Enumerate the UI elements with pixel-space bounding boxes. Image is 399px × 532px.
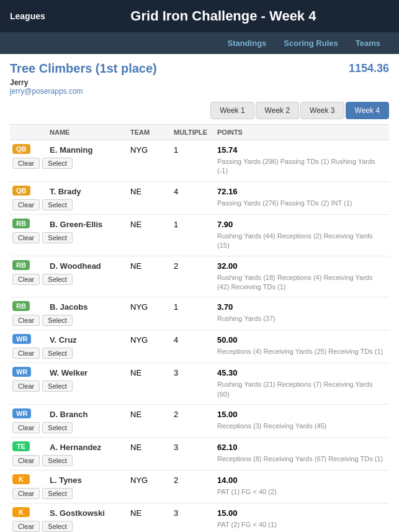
player-points-scoring: 32.00 Rushing Yards (18) Receptions (4) … xyxy=(215,260,389,294)
player-points: 15.00 xyxy=(215,507,389,519)
clear-button[interactable]: Clear xyxy=(12,199,40,210)
select-button[interactable]: Select xyxy=(42,455,73,466)
clear-button[interactable]: Clear xyxy=(12,232,40,243)
pos-buttons: WR Clear Select xyxy=(10,408,47,433)
clear-button[interactable]: Clear xyxy=(12,488,40,499)
player-multiple: 3 xyxy=(171,367,215,379)
table-row: K Clear Select S. Gostkowski NE 3 15.00 … xyxy=(10,503,389,532)
player-points: 32.00 xyxy=(215,260,389,272)
pos-badge: QB xyxy=(12,144,30,154)
player-info: D. Branch xyxy=(47,408,128,420)
player-points: 72.16 xyxy=(215,186,389,197)
pos-buttons: RB Clear Select xyxy=(10,260,47,285)
action-buttons: Clear Select xyxy=(12,521,73,532)
pos-badge: QB xyxy=(12,186,30,196)
pos-badge: K xyxy=(12,474,30,484)
player-multiple: 1 xyxy=(171,301,215,313)
select-button[interactable]: Select xyxy=(42,521,73,532)
action-buttons: Clear Select xyxy=(12,158,73,169)
tab-week3[interactable]: Week 3 xyxy=(300,102,344,119)
player-info: W. Welker xyxy=(47,367,128,379)
col-points: POINTS xyxy=(215,127,389,137)
select-button[interactable]: Select xyxy=(42,348,73,359)
pos-badge: RB xyxy=(12,260,30,270)
action-buttons: Clear Select xyxy=(12,348,73,359)
player-scoring: Receptions (4) Receiving Yards (25) Rece… xyxy=(215,346,389,358)
player-team: NE xyxy=(128,507,171,519)
select-button[interactable]: Select xyxy=(42,315,73,326)
player-multiple: 2 xyxy=(171,408,215,420)
clear-button[interactable]: Clear xyxy=(12,521,40,532)
player-scoring: Rushing Yards (44) Receptions (2) Receiv… xyxy=(215,230,389,252)
clear-button[interactable]: Clear xyxy=(12,158,40,169)
select-button[interactable]: Select xyxy=(42,232,73,243)
player-info: B. Green-Ellis xyxy=(47,219,128,230)
player-points-scoring: 62.10 Receptions (8) Receiving Yards (67… xyxy=(215,441,389,465)
player-multiple: 4 xyxy=(171,186,215,197)
player-scoring: Rushing Yards (37) xyxy=(215,313,389,325)
pos-badge: RB xyxy=(12,301,30,311)
nav-teams[interactable]: Teams xyxy=(347,32,389,54)
col-name: NAME xyxy=(47,127,128,137)
table-row: WR Clear Select W. Welker NE 3 45.30 Rus… xyxy=(10,363,389,405)
player-team: NE xyxy=(128,260,171,272)
action-buttons: Clear Select xyxy=(12,199,73,210)
table-row: WR Clear Select D. Branch NE 2 15.00 Rec… xyxy=(10,405,389,438)
player-team: NYG xyxy=(128,144,171,156)
tab-week2[interactable]: Week 2 xyxy=(256,102,299,119)
pos-badge: WR xyxy=(12,408,31,418)
action-buttons: Clear Select xyxy=(12,381,73,392)
leagues-label[interactable]: Leagues xyxy=(10,11,45,21)
player-points: 14.00 xyxy=(215,474,389,486)
nav-standings[interactable]: Standings xyxy=(219,32,276,54)
player-multiple: 1 xyxy=(171,144,215,156)
player-points-scoring: 45.30 Rushing Yards (21) Receptions (7) … xyxy=(215,367,389,400)
player-info: T. Brady xyxy=(47,186,128,197)
clear-button[interactable]: Clear xyxy=(12,381,40,392)
clear-button[interactable]: Clear xyxy=(12,274,40,285)
player-name: D. Branch xyxy=(50,410,125,419)
nav-scoring-rules[interactable]: Scoring Rules xyxy=(275,32,346,54)
select-button[interactable]: Select xyxy=(42,381,73,392)
clear-button[interactable]: Clear xyxy=(12,455,40,466)
player-points: 62.10 xyxy=(215,441,389,453)
player-info: V. Cruz xyxy=(47,334,128,346)
player-points-scoring: 15.74 Passing Yards (296) Passing TDs (1… xyxy=(215,144,389,178)
table-row: QB Clear Select E. Manning NYG 1 15.74 P… xyxy=(10,140,389,182)
action-buttons: Clear Select xyxy=(12,232,73,243)
tab-week4[interactable]: Week 4 xyxy=(346,102,389,119)
player-info: B. Jacobs xyxy=(47,301,128,313)
pos-badge: WR xyxy=(12,334,31,344)
action-buttons: Clear Select xyxy=(12,274,73,285)
player-team: NE xyxy=(128,367,171,379)
col-pos xyxy=(10,127,47,137)
select-button[interactable]: Select xyxy=(42,274,73,285)
player-points: 3.70 xyxy=(215,301,389,313)
player-scoring: Passing Yards (296) Passing TDs (1) Rush… xyxy=(215,156,389,178)
clear-button[interactable]: Clear xyxy=(12,315,40,326)
player-multiple: 2 xyxy=(171,474,215,486)
player-name: T. Brady xyxy=(50,187,125,196)
pos-buttons: QB Clear Select xyxy=(10,144,47,169)
clear-button[interactable]: Clear xyxy=(12,348,40,359)
player-team: NYG xyxy=(128,474,171,486)
pos-badge: WR xyxy=(12,367,31,377)
action-buttons: Clear Select xyxy=(12,315,73,326)
player-info: S. Gostkowski xyxy=(47,507,128,519)
pos-buttons: WR Clear Select xyxy=(10,367,47,392)
select-button[interactable]: Select xyxy=(42,158,73,169)
select-button[interactable]: Select xyxy=(42,422,73,433)
top-bar: Leagues Grid Iron Challenge - Week 4 xyxy=(0,0,399,32)
player-info: L. Tynes xyxy=(47,474,128,486)
table-row: WR Clear Select V. Cruz NYG 4 50.00 Rece… xyxy=(10,330,389,363)
player-points: 15.74 xyxy=(215,144,389,156)
select-button[interactable]: Select xyxy=(42,488,73,499)
select-button[interactable]: Select xyxy=(42,199,73,210)
action-buttons: Clear Select xyxy=(12,422,73,433)
player-points-scoring: 15.00 Receptions (3) Receiving Yards (45… xyxy=(215,408,389,432)
clear-button[interactable]: Clear xyxy=(12,422,40,433)
tab-week1[interactable]: Week 1 xyxy=(210,102,254,119)
pos-badge: K xyxy=(12,507,30,517)
team-header: Tree Climbers (1st place) 1154.36 xyxy=(10,54,389,78)
pos-badge: RB xyxy=(12,219,30,228)
